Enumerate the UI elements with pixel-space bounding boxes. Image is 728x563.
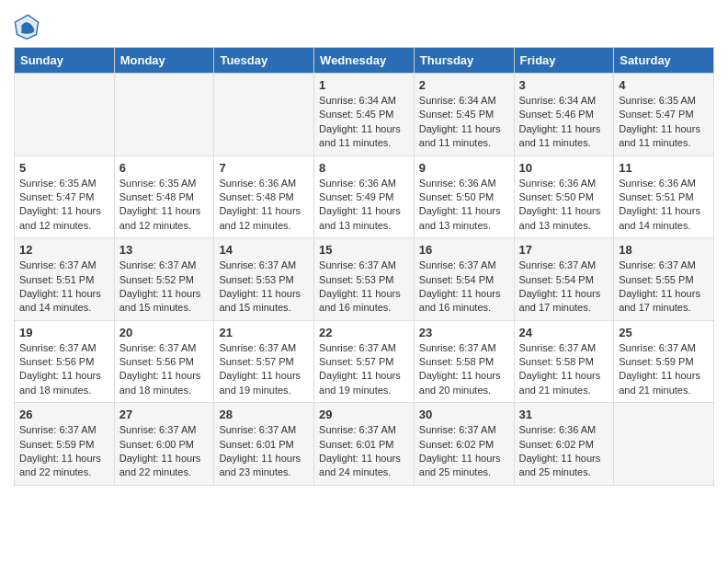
logo-icon (14, 14, 40, 40)
day-info-line: Sunset: 5:45 PM (319, 108, 409, 121)
day-info-line: Daylight: 11 hours and 11 minutes. (419, 122, 509, 151)
calendar-day-cell (114, 74, 214, 156)
day-of-week-header: Wednesday (314, 48, 415, 74)
calendar-week-row: 19Sunrise: 6:37 AMSunset: 5:56 PMDayligh… (15, 320, 714, 403)
day-of-week-header: Friday (514, 48, 614, 74)
day-number: 16 (419, 243, 509, 257)
calendar-day-cell: 14Sunrise: 6:37 AMSunset: 5:53 PMDayligh… (214, 238, 314, 321)
day-info-line: Sunset: 6:02 PM (519, 438, 609, 452)
day-number: 18 (619, 243, 709, 257)
day-number: 19 (19, 326, 109, 339)
day-info: Sunrise: 6:34 AMSunset: 5:46 PMDaylight:… (519, 94, 609, 151)
day-info: Sunrise: 6:36 AMSunset: 5:48 PMDaylight:… (219, 177, 309, 234)
day-info-line: Sunset: 5:58 PM (419, 355, 509, 369)
day-info-line: Sunrise: 6:37 AM (419, 341, 509, 355)
day-of-week-header: Monday (114, 48, 214, 74)
day-info-line: Sunrise: 6:36 AM (619, 177, 709, 190)
day-info-line: Sunrise: 6:37 AM (319, 341, 409, 355)
calendar-day-cell: 16Sunrise: 6:37 AMSunset: 5:54 PMDayligh… (414, 238, 514, 321)
calendar-week-row: 26Sunrise: 6:37 AMSunset: 5:59 PMDayligh… (15, 403, 714, 486)
day-number: 6 (119, 161, 210, 175)
calendar-day-cell: 26Sunrise: 6:37 AMSunset: 5:59 PMDayligh… (15, 403, 115, 486)
day-info-line: Daylight: 11 hours and 11 minutes. (319, 122, 409, 151)
day-info-line: Sunset: 5:47 PM (19, 190, 109, 204)
calendar-day-cell: 6Sunrise: 6:35 AMSunset: 5:48 PMDaylight… (114, 155, 214, 238)
day-info: Sunrise: 6:36 AMSunset: 5:50 PMDaylight:… (519, 177, 609, 234)
day-info-line: Daylight: 11 hours and 13 minutes. (419, 204, 509, 233)
calendar-day-cell: 24Sunrise: 6:37 AMSunset: 5:58 PMDayligh… (514, 320, 614, 403)
calendar-week-row: 1Sunrise: 6:34 AMSunset: 5:45 PMDaylight… (15, 74, 714, 156)
calendar-day-cell: 18Sunrise: 6:37 AMSunset: 5:55 PMDayligh… (614, 238, 714, 321)
day-info-line: Sunrise: 6:35 AM (19, 177, 109, 190)
calendar-day-cell: 3Sunrise: 6:34 AMSunset: 5:46 PMDaylight… (514, 74, 614, 156)
day-number: 17 (519, 243, 609, 257)
day-info: Sunrise: 6:34 AMSunset: 5:45 PMDaylight:… (419, 94, 509, 151)
page-header (14, 14, 714, 40)
day-info: Sunrise: 6:37 AMSunset: 6:00 PMDaylight:… (119, 423, 210, 480)
day-info-line: Sunrise: 6:37 AM (619, 341, 709, 355)
day-info-line: Daylight: 11 hours and 18 minutes. (19, 369, 109, 397)
day-number: 5 (19, 161, 109, 175)
day-number: 8 (319, 161, 409, 175)
day-info-line: Sunrise: 6:36 AM (519, 177, 609, 190)
day-info: Sunrise: 6:37 AMSunset: 5:55 PMDaylight:… (619, 259, 709, 316)
day-number: 30 (419, 408, 509, 421)
day-info-line: Sunset: 5:50 PM (519, 190, 609, 204)
calendar-day-cell: 8Sunrise: 6:36 AMSunset: 5:49 PMDaylight… (314, 155, 415, 238)
day-info: Sunrise: 6:37 AMSunset: 5:54 PMDaylight:… (519, 259, 609, 316)
day-info-line: Sunset: 5:52 PM (119, 273, 210, 287)
day-info-line: Sunrise: 6:37 AM (119, 423, 210, 437)
day-of-week-header: Thursday (414, 48, 514, 74)
day-number: 11 (619, 161, 709, 175)
logo (14, 14, 43, 40)
day-info-line: Sunset: 6:01 PM (319, 438, 409, 452)
day-info-line: Sunrise: 6:37 AM (419, 423, 509, 437)
day-number: 9 (419, 161, 509, 175)
calendar-day-cell: 5Sunrise: 6:35 AMSunset: 5:47 PMDaylight… (15, 155, 115, 238)
day-info-line: Sunset: 5:58 PM (519, 355, 609, 369)
day-number: 7 (219, 161, 309, 175)
day-info-line: Daylight: 11 hours and 17 minutes. (619, 287, 709, 316)
day-info-line: Sunrise: 6:37 AM (19, 423, 109, 437)
day-info-line: Sunset: 5:57 PM (319, 355, 409, 369)
day-info-line: Daylight: 11 hours and 11 minutes. (619, 122, 709, 151)
day-info-line: Sunset: 5:53 PM (219, 273, 309, 287)
day-info: Sunrise: 6:37 AMSunset: 5:58 PMDaylight:… (419, 341, 509, 398)
day-info-line: Daylight: 11 hours and 24 minutes. (319, 452, 409, 480)
day-info-line: Sunrise: 6:37 AM (219, 423, 309, 437)
day-info: Sunrise: 6:37 AMSunset: 5:58 PMDaylight:… (519, 341, 609, 398)
calendar-day-cell: 10Sunrise: 6:36 AMSunset: 5:50 PMDayligh… (514, 155, 614, 238)
day-number: 23 (419, 326, 509, 339)
day-info-line: Sunrise: 6:37 AM (319, 259, 409, 272)
day-info-line: Sunrise: 6:37 AM (219, 259, 309, 272)
day-info-line: Sunset: 5:49 PM (319, 190, 409, 204)
day-info-line: Sunrise: 6:34 AM (419, 94, 509, 108)
day-info: Sunrise: 6:37 AMSunset: 5:51 PMDaylight:… (19, 259, 109, 316)
day-info-line: Sunset: 5:47 PM (619, 108, 709, 121)
day-info-line: Daylight: 11 hours and 13 minutes. (319, 204, 409, 233)
day-info: Sunrise: 6:37 AMSunset: 5:56 PMDaylight:… (19, 341, 109, 398)
calendar-day-cell: 9Sunrise: 6:36 AMSunset: 5:50 PMDaylight… (414, 155, 514, 238)
day-info-line: Sunset: 5:59 PM (19, 438, 109, 452)
day-info-line: Daylight: 11 hours and 14 minutes. (619, 204, 709, 233)
calendar-day-cell: 27Sunrise: 6:37 AMSunset: 6:00 PMDayligh… (114, 403, 214, 486)
day-info: Sunrise: 6:37 AMSunset: 6:01 PMDaylight:… (219, 423, 309, 480)
day-info: Sunrise: 6:34 AMSunset: 5:45 PMDaylight:… (319, 94, 409, 151)
calendar-day-cell: 25Sunrise: 6:37 AMSunset: 5:59 PMDayligh… (614, 320, 714, 403)
day-info-line: Sunset: 5:48 PM (119, 190, 210, 204)
day-info-line: Sunrise: 6:37 AM (219, 341, 309, 355)
day-info-line: Daylight: 11 hours and 16 minutes. (419, 287, 509, 316)
day-info-line: Daylight: 11 hours and 12 minutes. (19, 204, 109, 233)
day-number: 27 (119, 408, 210, 421)
day-of-week-header: Tuesday (214, 48, 314, 74)
day-info-line: Sunrise: 6:34 AM (319, 94, 409, 108)
day-info-line: Daylight: 11 hours and 25 minutes. (519, 452, 609, 480)
calendar-day-cell: 11Sunrise: 6:36 AMSunset: 5:51 PMDayligh… (614, 155, 714, 238)
day-info-line: Sunset: 6:00 PM (119, 438, 210, 452)
calendar-week-row: 12Sunrise: 6:37 AMSunset: 5:51 PMDayligh… (15, 238, 714, 321)
day-number: 20 (119, 326, 210, 339)
day-info: Sunrise: 6:37 AMSunset: 6:02 PMDaylight:… (419, 423, 509, 480)
day-number: 25 (619, 326, 709, 339)
day-of-week-header: Sunday (15, 48, 115, 74)
calendar-day-cell: 19Sunrise: 6:37 AMSunset: 5:56 PMDayligh… (15, 320, 115, 403)
